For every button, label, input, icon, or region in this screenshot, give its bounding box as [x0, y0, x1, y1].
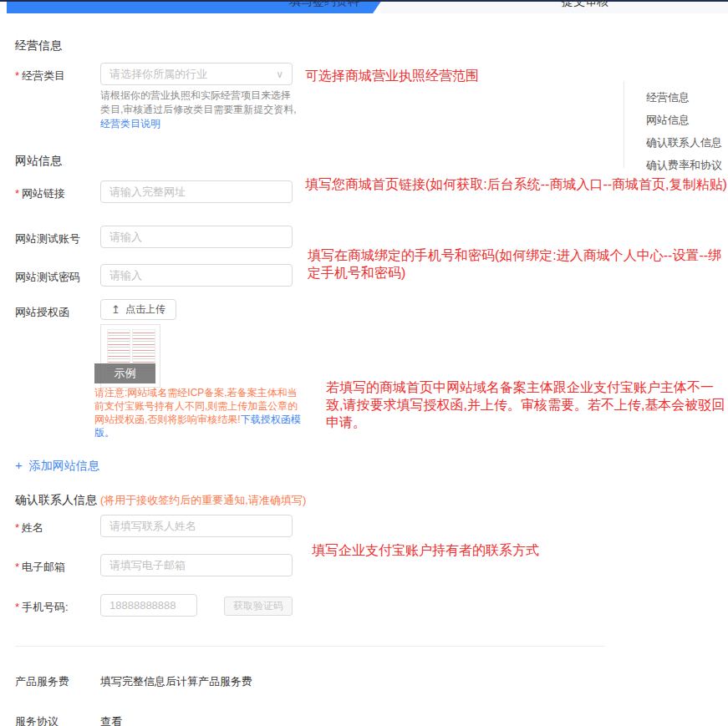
- required-mark: *: [15, 601, 19, 613]
- contact-email-row: *电子邮箱: [0, 554, 728, 577]
- step-fill-info-label: 填写签约资料: [289, 0, 359, 9]
- test-account-row: 网站测试账号: [0, 226, 728, 249]
- contact-section-note: (将用于接收签约后的重要通知,请准确填写): [100, 494, 306, 506]
- chevron-down-icon: ∨: [276, 69, 283, 80]
- service-fee-row: 产品服务费 填写完整信息后计算产品服务费: [0, 668, 728, 692]
- contact-name-input[interactable]: [100, 515, 293, 537]
- anchor-item-contact-info[interactable]: 确认联系人信息: [624, 131, 722, 154]
- footer-divider: [15, 646, 605, 647]
- required-mark: *: [15, 561, 19, 573]
- service-fee-label: 产品服务费: [15, 674, 69, 689]
- test-account-input[interactable]: [100, 226, 293, 248]
- anchor-rail: [624, 81, 624, 168]
- anchor-nav: 经营信息 网站信息 确认联系人信息 确认费率和协议: [624, 86, 722, 176]
- anchor-item-business-info[interactable]: 经营信息: [624, 86, 722, 109]
- step-submit-review-tab[interactable]: [380, 0, 728, 13]
- icp-notice: 请注意:网站域名需经ICP备案,若备案主体和当前支付宝账号持有人不同,则需上传加…: [94, 386, 307, 439]
- get-verification-code-button[interactable]: 获取验证码: [224, 597, 293, 616]
- required-mark: *: [15, 187, 19, 200]
- auth-letter-row: 网站授权函 ↥ 点击上传: [0, 299, 728, 322]
- category-label: *经营类目: [15, 69, 65, 84]
- top-border-line: [0, 0, 728, 2]
- website-section-title: 网站信息: [15, 154, 62, 169]
- category-select[interactable]: 请选择你所属的行业 ∨: [100, 63, 293, 85]
- stepper: 填写签约资料 提交审核: [0, 0, 728, 13]
- contact-email-label: *电子邮箱: [15, 560, 65, 575]
- contact-phone-row: *手机号码: 获取验证码: [0, 594, 728, 617]
- upload-button-label: 点击上传: [125, 302, 165, 317]
- upload-button[interactable]: ↥ 点击上传: [100, 299, 176, 320]
- anchor-item-website-info[interactable]: 网站信息: [624, 109, 722, 131]
- required-mark: *: [15, 521, 19, 534]
- service-fee-value: 填写完整信息后计算产品服务费: [100, 674, 252, 689]
- service-agreement-row: 服务协议 查看: [0, 708, 728, 726]
- signing-info-form-page: 填写签约资料 提交审核 经营信息 网站信息 确认联系人信息 确认费率和协议 经营…: [0, 0, 728, 726]
- plus-icon: +: [15, 458, 23, 472]
- contact-section-title: 确认联系人信息(将用于接收签约后的重要通知,请准确填写): [15, 493, 306, 508]
- sample-badge: 示例: [94, 363, 155, 383]
- test-password-input[interactable]: [100, 264, 293, 287]
- test-account-label: 网站测试账号: [15, 231, 80, 246]
- view-agreement-link[interactable]: 查看: [100, 714, 122, 726]
- category-annotation: 可选择商城营业执照经营范围: [305, 67, 479, 84]
- add-website-info-link[interactable]: +添加网站信息: [15, 458, 99, 474]
- website-link-annotation: 填写您商城首页链接(如何获取:后台系统--商城入口--商城首页,复制粘贴): [305, 175, 728, 193]
- authorization-letter-sample-thumbnail[interactable]: 示例: [100, 324, 160, 388]
- auth-letter-label: 网站授权函: [15, 305, 69, 320]
- contact-name-row: *姓名: [0, 515, 728, 538]
- contact-phone-input[interactable]: [100, 594, 197, 617]
- category-help-text: 请根据你的营业执照和实际经营项目来选择类目,审核通过后修改类目需要重新提交资料,…: [100, 89, 299, 131]
- step-submit-review-label: 提交审核: [562, 0, 608, 9]
- required-mark: *: [15, 69, 19, 82]
- service-agreement-label: 服务协议: [15, 714, 59, 726]
- category-select-placeholder: 请选择你所属的行业: [109, 67, 207, 82]
- business-section-title: 经营信息: [15, 38, 62, 53]
- upload-icon: ↥: [111, 303, 120, 316]
- website-link-input[interactable]: [100, 180, 293, 203]
- contact-phone-label: *手机号码:: [15, 600, 69, 615]
- contact-email-input[interactable]: [100, 554, 293, 576]
- anchor-item-rate-agreement[interactable]: 确认费率和协议: [624, 154, 722, 176]
- test-password-label: 网站测试密码: [15, 270, 80, 285]
- test-credentials-annotation: 填写在商城绑定的手机号和密码(如何绑定:进入商城个人中心--设置--绑定手机号和…: [308, 246, 727, 282]
- contact-name-label: *姓名: [15, 520, 43, 536]
- category-help-link[interactable]: 经营类目说明: [100, 118, 160, 129]
- auth-letter-annotation: 若填写的商城首页中网站域名备案主体跟企业支付宝账户主体不一致,请按要求填写授权函…: [326, 378, 725, 431]
- website-link-label: *网站链接: [15, 186, 65, 201]
